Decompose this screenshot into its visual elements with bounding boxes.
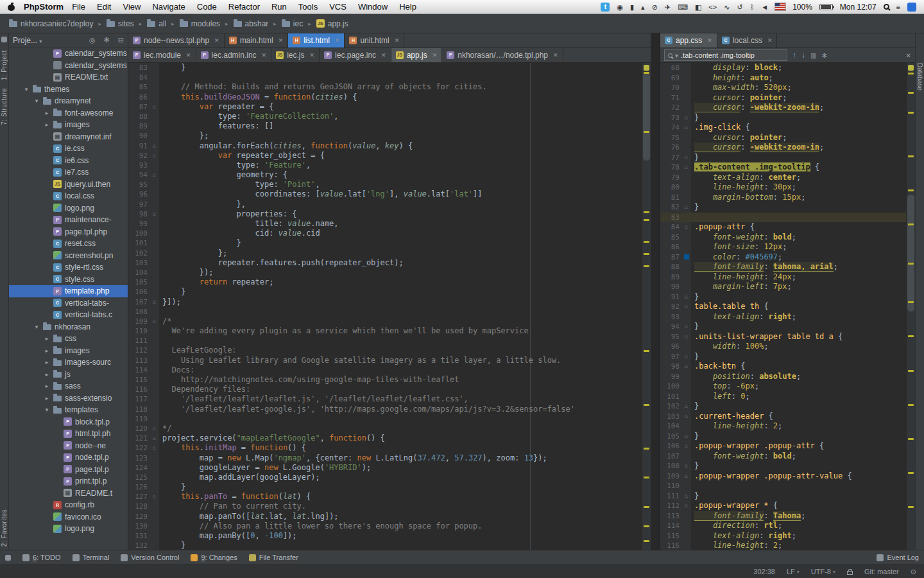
search-history-chevron-icon[interactable]: ▾ <box>675 52 678 59</box>
tab-close-icon[interactable]: ✕ <box>278 37 284 44</box>
code-text[interactable]: top: -6px; <box>690 381 759 392</box>
code-text[interactable]: margin-left: 7px; <box>690 282 792 292</box>
code-text[interactable]: .popup-wrapper * { <box>690 501 778 511</box>
warning-stripe-mark[interactable] <box>644 219 649 221</box>
code-text[interactable]: } <box>690 322 699 332</box>
tree-item-print-tpl-p[interactable]: Pprint.tpl.p <box>9 475 128 487</box>
code-text[interactable]: .popup-attr { <box>690 222 755 232</box>
tab-close-icon[interactable]: ✕ <box>707 37 712 44</box>
menu-file[interactable]: File <box>66 2 91 12</box>
menubar-clock[interactable]: Mon 12:07 <box>840 3 877 12</box>
code-text[interactable]: position: absolute; <box>690 372 801 382</box>
toolwindow-button-terminal[interactable]: Terminal <box>73 554 110 561</box>
breadcrumb-item-abshar[interactable]: abshar <box>231 18 271 30</box>
code-text[interactable]: font-weight: bold; <box>690 451 796 462</box>
tab-close-icon[interactable]: ✕ <box>335 37 340 44</box>
code-text[interactable]: project.service("mapLeafletGoogle", func… <box>158 434 385 443</box>
tree-item-images[interactable]: ▸images <box>9 119 128 131</box>
code-text[interactable]: } <box>690 202 699 213</box>
code-text[interactable]: cursor: -webkit-zoom-in; <box>690 143 824 153</box>
code-text[interactable]: cursor: -webkit-zoom-in; <box>690 103 824 113</box>
editor-scrollbar[interactable] <box>643 73 650 160</box>
code-text[interactable]: http://matchingnotes.com/using-google-ma… <box>158 375 459 385</box>
project-view-selector[interactable]: Proje... ▾ <box>13 36 42 45</box>
menu-code[interactable]: Code <box>191 2 223 12</box>
fold-marker-icon[interactable]: ⌂ <box>682 332 690 342</box>
git-branch[interactable]: Git: master <box>864 568 899 575</box>
fold-marker-icon[interactable]: ⌂ <box>150 492 158 502</box>
tab-close-icon[interactable]: ✕ <box>553 52 558 58</box>
collapse-arrow-icon[interactable]: ▾ <box>33 98 40 104</box>
line-separator-selector[interactable]: LF ▾ <box>787 568 800 575</box>
fold-marker-icon[interactable]: ⌂ <box>150 434 158 443</box>
code-text[interactable]: font-weight: bold; <box>690 232 796 243</box>
code-text[interactable]: } <box>690 432 699 442</box>
tree-item-sass-extensio[interactable]: ▸sass-extensio <box>9 392 128 405</box>
code-text[interactable] <box>158 73 162 82</box>
code-text[interactable]: title: value.name, <box>158 219 339 229</box>
eject-icon[interactable]: ▴ <box>641 3 645 12</box>
warning-stripe-mark[interactable] <box>908 223 914 225</box>
code-text[interactable]: cursor: pointer; <box>690 133 787 143</box>
code-text[interactable]: map.panBy([0, -100]); <box>158 531 297 541</box>
tree-item-themes[interactable]: ▾themes <box>9 83 128 96</box>
warning-stripe-mark[interactable] <box>644 506 649 508</box>
code-text[interactable]: map.addLayer(googleLayer); <box>158 473 320 482</box>
expand-arrow-icon[interactable]: ▸ <box>44 335 50 342</box>
do-not-disturb-icon[interactable]: ⊘ <box>652 3 658 12</box>
warning-stripe-mark[interactable] <box>644 241 649 243</box>
battery-icon[interactable] <box>819 4 833 10</box>
code-text[interactable]: type: 'Feature', <box>158 161 311 170</box>
expand-arrow-icon[interactable]: ▸ <box>44 347 50 354</box>
editor-scrollbar[interactable] <box>907 195 914 311</box>
code-text[interactable]: .tab-content .img-tooltip { <box>690 162 819 173</box>
fold-marker-icon[interactable]: ⌂ <box>682 162 690 173</box>
code-text[interactable]: width: 100%; <box>690 342 769 352</box>
find-settings-icon[interactable]: ✻ <box>821 52 826 59</box>
warning-stripe-mark[interactable] <box>644 404 649 406</box>
inspection-status-icon[interactable] <box>908 65 914 71</box>
tree-item-html-tpl-ph[interactable]: Phtml.tpl.ph <box>9 428 128 440</box>
code-text[interactable]: return repeater; <box>158 277 273 287</box>
code-text[interactable]: } <box>690 461 699 471</box>
tree-item-calendar-systems[interactable]: Pcalendar_systems <box>9 48 128 60</box>
code-text[interactable]: }]); <box>158 297 181 307</box>
breadcrumb-item-modules[interactable]: modules <box>177 18 223 30</box>
project-stripe-button[interactable]: 1: Project <box>1 50 8 80</box>
warning-stripe-mark[interactable] <box>908 301 914 303</box>
fold-marker-icon[interactable]: ⌂ <box>682 432 690 442</box>
error-stripe[interactable] <box>642 63 651 550</box>
code-text[interactable]: this.buildGeoJSON = function(cities) { <box>158 92 357 102</box>
caret-position[interactable]: 302:38 <box>753 568 775 575</box>
editor-tab-iec-admin-inc[interactable]: Piec.admin.inc✕ <box>196 48 272 62</box>
code-text[interactable]: repeater.features.push(repeater_object); <box>158 258 404 268</box>
twitter-icon[interactable]: t <box>601 3 610 12</box>
code-text[interactable]: line-height: 24px; <box>690 272 796 283</box>
scroll-to-source-icon[interactable]: ◎ <box>89 36 96 44</box>
tree-item-style-css[interactable]: Cstyle.css <box>9 274 128 286</box>
css-editor[interactable]: 68 display: block;69 height: auto;70 max… <box>660 63 915 550</box>
warning-stripe-mark[interactable] <box>644 540 649 542</box>
menu-edit[interactable]: Edit <box>91 2 117 12</box>
code-text[interactable] <box>690 481 694 491</box>
tree-item-js[interactable]: ▸js <box>9 369 128 381</box>
js-editor[interactable]: 83 }8485 // Method: Builds and returns G… <box>128 63 651 550</box>
code-text[interactable]: geometry: { <box>158 170 287 180</box>
code-text[interactable]: angular.forEach(cities, function(value, … <box>158 141 413 151</box>
fold-marker-icon[interactable]: ⌂ <box>682 202 690 213</box>
toolwindow-button-9-changes[interactable]: 9: Changes <box>191 554 237 561</box>
tree-item-style-rtl-css[interactable]: Cstyle-rtl.css <box>9 261 128 274</box>
code-text[interactable]: } <box>690 401 699 412</box>
tree-item-jquery-ui-then[interactable]: JSjquery.ui.then <box>9 179 128 191</box>
expand-arrow-icon[interactable]: ▸ <box>44 383 50 389</box>
code-text[interactable]: } <box>158 541 185 550</box>
fold-marker-icon[interactable]: ⌂ <box>682 222 690 232</box>
fold-marker-icon[interactable]: ⌂ <box>150 443 158 453</box>
code-text[interactable]: coordinates: [value.lat['lng'], value.la… <box>158 189 483 199</box>
tab-close-icon[interactable]: ✕ <box>262 52 267 58</box>
editor-tab-iec-module[interactable]: Piec.module✕ <box>128 48 196 62</box>
tree-item-logo-png[interactable]: logo.png <box>9 202 128 215</box>
fold-marker-icon[interactable]: ⌂ <box>150 151 158 161</box>
database-stripe-button[interactable]: Database <box>916 63 923 91</box>
code-text[interactable]: */ <box>158 424 171 434</box>
